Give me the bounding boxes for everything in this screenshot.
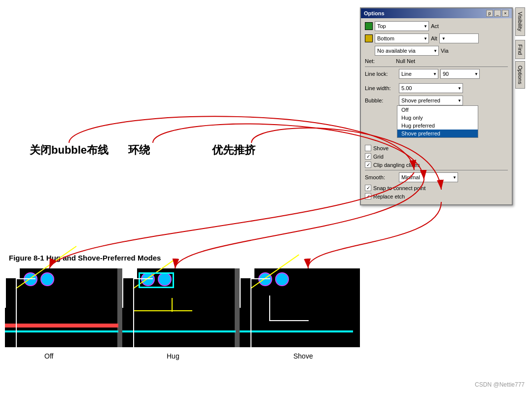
smooth-value: Minimal xyxy=(401,174,456,180)
grid-row: ✓ Grid xyxy=(365,153,508,160)
top-layer-arrow: ▼ xyxy=(424,24,427,29)
via-arrow: ▼ xyxy=(433,49,437,53)
separator-1 xyxy=(365,66,508,67)
line-width-arrow: ▼ xyxy=(458,86,461,91)
tab-find[interactable]: Find xyxy=(515,40,525,59)
annotation-1: 关闭bubble布线 xyxy=(30,143,108,158)
bubble-popup: Off Hug only Hug preferred Shove preferr… xyxy=(397,105,478,138)
minimize-button[interactable]: _ xyxy=(494,10,501,17)
top-layer-row: Top ▼ Act xyxy=(365,21,508,31)
line-lock-angle: 90 xyxy=(443,71,477,77)
grid-checkbox[interactable]: ✓ xyxy=(365,153,371,160)
titlebar-controls: p _ × xyxy=(486,10,509,17)
panel-divider-1 xyxy=(118,268,122,347)
bottom-layer-dropdown[interactable]: Bottom ▼ xyxy=(375,33,429,43)
bubble-dropdown[interactable]: Shove preferred ▼ xyxy=(399,96,463,105)
line-lock-value: Line xyxy=(401,71,436,77)
dialog-body: Top ▼ Act Bottom ▼ Alt ▼ No xyxy=(361,18,512,204)
line-lock-angle-dropdown[interactable]: 90 ▼ xyxy=(440,69,480,79)
line-width-row: Line width: 5.00 ▼ xyxy=(365,83,508,93)
snap-label: Snap to connect point xyxy=(373,185,426,191)
pcb-panel-off xyxy=(5,268,118,347)
snap-row: ✓ Snap to connect point xyxy=(365,185,508,191)
top-layer-dropdown[interactable]: Top ▼ xyxy=(375,21,429,31)
smooth-label: Smooth: xyxy=(365,174,397,180)
net-value: Null Net xyxy=(396,58,415,64)
via-role: Via xyxy=(441,48,449,54)
clip-row: ✓ Clip dangling clines xyxy=(365,162,508,168)
alt-arrow: ▼ xyxy=(442,36,446,41)
replace-row: ✓ Replace etch xyxy=(365,193,508,199)
annotation-2: 环绕 xyxy=(128,143,150,158)
clip-label: Clip dangling clines xyxy=(373,162,420,168)
top-layer-indicator xyxy=(365,22,373,30)
snap-checkbox[interactable]: ✓ xyxy=(365,185,371,191)
line-width-label: Line width: xyxy=(365,85,397,91)
grid-label: Grid xyxy=(373,154,384,160)
popup-item-off[interactable]: Off xyxy=(397,106,478,114)
dialog-titlebar: Options p _ × xyxy=(361,8,512,18)
tab-visibility[interactable]: Visibility xyxy=(515,7,525,36)
bottom-layer-value: Bottom xyxy=(377,35,426,41)
line-lock-row: Line lock: Line ▼ 90 ▼ xyxy=(365,69,508,79)
bottom-layer-role: Alt xyxy=(431,35,437,41)
angle-arrow: ▼ xyxy=(474,72,478,76)
shove-row: Shove xyxy=(365,145,508,151)
replace-label: Replace etch xyxy=(373,194,405,199)
replace-checkbox[interactable]: ✓ xyxy=(365,193,371,199)
smooth-row: Smooth: Minimal ▼ xyxy=(365,172,508,182)
top-layer-value: Top xyxy=(377,23,426,29)
watermark: CSDN @Nettie777 xyxy=(475,381,525,388)
pcb-container xyxy=(5,268,360,347)
net-label: Net: xyxy=(365,58,392,64)
annotation-3: 优先推挤 xyxy=(212,143,255,158)
pcb-label-hug: Hug xyxy=(167,352,179,360)
line-lock-dropdown[interactable]: Line ▼ xyxy=(399,69,438,79)
shove-checkbox[interactable] xyxy=(365,145,371,151)
dialog-title: Options xyxy=(364,10,385,16)
via-value: No available via xyxy=(377,48,436,54)
bubble-row: Bubble: Shove preferred ▼ xyxy=(365,96,508,105)
top-layer-role: Act xyxy=(431,23,439,29)
line-width-value: 5.00 xyxy=(401,85,461,91)
bubble-arrow: ▼ xyxy=(458,98,461,103)
line-lock-arrow: ▼ xyxy=(433,72,437,76)
main-content: 关闭bubble布线 环绕 优先推挤 Figure 8-1 Hug and Sh… xyxy=(0,0,532,394)
popup-item-shove-preferred[interactable]: Shove preferred xyxy=(397,130,478,137)
bubble-label: Bubble: xyxy=(365,98,397,103)
via-dropdown[interactable]: No available via ▼ xyxy=(375,46,439,56)
pcb-panel-shove xyxy=(240,268,353,347)
alt-dropdown[interactable]: ▼ xyxy=(439,33,479,43)
figure-caption: Figure 8-1 Hug and Shove-Preferred Modes xyxy=(9,254,161,262)
popup-item-hug-only[interactable]: Hug only xyxy=(397,114,478,122)
tab-options[interactable]: Options xyxy=(515,61,525,89)
bubble-value: Shove preferred xyxy=(401,98,461,103)
shove-label: Shove xyxy=(373,145,389,151)
smooth-arrow: ▼ xyxy=(453,175,457,180)
pcb-panel-hug xyxy=(122,268,236,347)
pin-button[interactable]: p xyxy=(486,10,493,17)
bottom-layer-arrow: ▼ xyxy=(424,36,427,41)
panel-divider-2 xyxy=(236,268,240,347)
pcb-label-off: Off xyxy=(44,352,53,360)
options-dialog: Options p _ × Top ▼ Act Bottom xyxy=(360,7,513,205)
close-button[interactable]: × xyxy=(502,10,509,17)
popup-item-hug-preferred[interactable]: Hug preferred xyxy=(397,122,478,130)
bottom-layer-indicator xyxy=(365,34,373,42)
net-row: Net: Null Net xyxy=(365,58,508,64)
line-lock-label: Line lock: xyxy=(365,71,397,77)
line-width-dropdown[interactable]: 5.00 ▼ xyxy=(399,83,463,93)
bottom-layer-row: Bottom ▼ Alt ▼ xyxy=(365,33,508,43)
side-tabs: Visibility Find Options xyxy=(515,7,525,89)
smooth-dropdown[interactable]: Minimal ▼ xyxy=(399,172,458,182)
clip-checkbox[interactable]: ✓ xyxy=(365,162,371,168)
separator-2 xyxy=(365,170,508,170)
via-row: No available via ▼ Via xyxy=(365,46,508,56)
pcb-label-shove: Shove xyxy=(293,352,313,360)
